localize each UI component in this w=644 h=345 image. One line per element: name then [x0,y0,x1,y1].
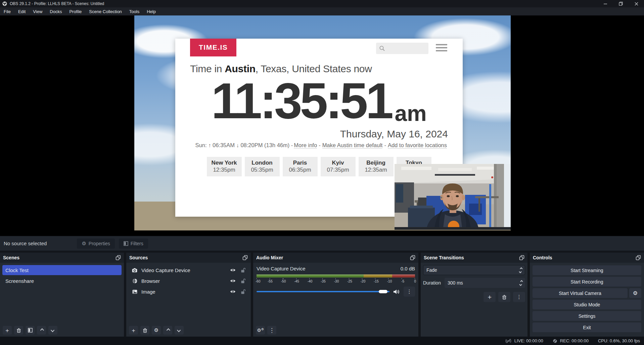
transition-select[interactable]: Fade [423,265,525,275]
start-virtual-camera-button[interactable]: Start Virtual Camera [533,288,628,298]
menu-docks[interactable]: Docks [46,8,65,15]
add-scene-button[interactable]: ＋ [3,326,12,335]
menu-file[interactable]: File [0,8,14,15]
source-label: Image [141,289,155,295]
popout-icon[interactable] [410,255,415,260]
menu-help[interactable]: Help [143,8,159,15]
scene-item-screenshare[interactable]: Screenshare [2,276,122,286]
unlock-icon[interactable] [241,278,245,284]
remove-transition-button[interactable] [498,292,510,302]
audio-mixer-title: Audio Mixer [256,255,283,260]
studio-mode-button[interactable]: Studio Mode [533,300,641,309]
source-item-browser[interactable]: Browser [129,276,248,286]
city-name: Kyiv [325,160,351,166]
add-source-button[interactable]: ＋ [129,326,138,335]
remove-source-button[interactable] [140,326,149,335]
cpu-fps-stats: CPU: 0.6%, 30.00 fps [598,338,640,343]
popout-icon[interactable] [636,255,641,260]
filters-button[interactable]: Filters [119,239,148,249]
chevron-down-icon [177,328,180,332]
move-source-down-button[interactable] [175,326,184,335]
properties-button[interactable]: ⚙ Properties [77,239,114,249]
speaker-icon[interactable] [393,289,400,295]
separator: - [384,142,386,148]
unlock-icon[interactable] [241,289,245,294]
mixer-menu-button[interactable]: ⋮ [267,326,276,335]
volume-meter [257,274,415,277]
hamburger-menu-icon[interactable] [436,44,447,51]
duration-label: Duration [423,280,441,286]
tick-label: -60 [256,279,261,283]
tick-label: -25 [346,279,354,283]
city-card[interactable]: London 05:35pm [245,157,280,176]
mixer-channel-name: Video Capture Device [257,266,306,271]
image-icon [132,290,137,294]
mixer-options-button[interactable]: ⋮ [404,287,415,297]
move-scene-down-button[interactable] [48,326,57,335]
transition-options-button[interactable]: ⋮ [513,292,525,302]
trash-icon [502,295,507,300]
restore-button[interactable] [613,0,629,7]
add-transition-button[interactable]: ＋ [484,292,496,302]
city-card[interactable]: Paris 06:35pm [283,157,318,176]
source-status-text: No source selected [4,241,47,246]
tick-label: -50 [279,279,287,283]
advanced-audio-button[interactable]: ⚙⚙ [256,326,265,335]
chevron-down-icon [50,328,54,332]
globe-icon [132,278,137,284]
minimize-button[interactable] [598,0,613,7]
preview-canvas[interactable]: TIME.IS Time in Austin, Texas, United St… [0,15,644,236]
timeis-logo: TIME.IS [190,39,236,56]
more-info-link[interactable]: More info [294,142,317,148]
volume-slider-handle[interactable] [379,290,387,293]
meter-tickmarks [257,278,415,279]
city-card[interactable]: Kyiv 07:35pm [321,157,356,176]
exit-button[interactable]: Exit [533,322,641,332]
source-label: Browser [141,278,160,284]
settings-button[interactable]: Settings [533,311,641,321]
menu-view[interactable]: View [29,8,46,15]
popout-icon[interactable] [116,255,121,260]
start-streaming-button[interactable]: Start Streaming [533,265,641,275]
spinner-arrows-icon[interactable] [520,281,522,286]
volume-slider[interactable] [257,291,389,292]
make-default-link[interactable]: Make Austin time default [322,142,383,148]
start-recording-button[interactable]: Start Recording [533,277,641,287]
scene-label: Screenshare [5,278,34,284]
timeis-search-input[interactable] [376,43,428,54]
camera-icon [132,268,137,272]
scene-item-clock-test[interactable]: Clock Test [2,265,122,275]
city-time: 05:35pm [249,167,275,173]
source-properties-button[interactable]: ⚙ [152,326,161,335]
unlock-icon[interactable] [241,268,245,273]
selected-source-toolbar: No source selected ⚙ Properties Filters [0,236,644,251]
visibility-eye-icon[interactable] [230,290,236,294]
tick-label: -15 [372,279,380,283]
duration-input[interactable]: 300 ms [445,278,525,288]
scene-filters-button[interactable] [26,326,35,335]
favorite-locations-link[interactable]: Add to favorite locations [388,142,447,148]
move-source-up-button[interactable] [163,326,172,335]
source-item-image[interactable]: Image [129,287,248,297]
city-card[interactable]: New York 12:35pm [207,157,242,176]
city-time: 07:35pm [325,167,351,173]
source-label: Video Capture Device [141,267,190,273]
search-icon [379,45,385,51]
popout-icon[interactable] [242,255,248,260]
remove-scene-button[interactable] [14,326,23,335]
move-scene-up-button[interactable] [37,326,46,335]
virtual-camera-settings-button[interactable]: ⚙ [629,288,641,298]
clock-digits: 11:35:51 [211,75,391,128]
popout-icon[interactable] [519,255,524,260]
menu-edit[interactable]: Edit [14,8,29,15]
menu-scene-collection[interactable]: Scene Collection [85,8,126,15]
visibility-eye-icon[interactable] [230,279,236,283]
visibility-eye-icon[interactable] [230,268,236,272]
menu-profile[interactable]: Profile [65,8,85,15]
city-card[interactable]: Beijing 12:35am [359,157,394,176]
source-item-video-capture[interactable]: Video Capture Device [129,265,248,275]
chevron-up-icon [40,328,44,332]
close-button[interactable] [629,0,644,7]
menu-tools[interactable]: Tools [126,8,143,15]
trash-icon [143,328,147,333]
